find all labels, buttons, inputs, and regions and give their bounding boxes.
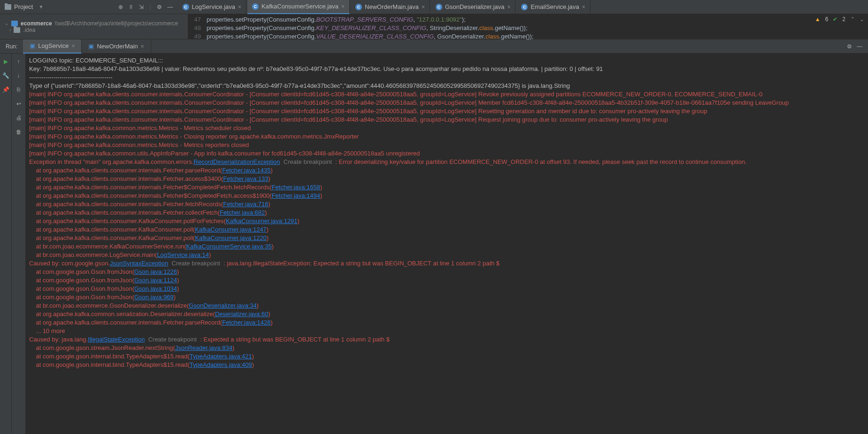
stack-link[interactable]: Gson.java:969	[134, 294, 174, 301]
console-text: )	[174, 294, 176, 301]
console-text: )	[265, 209, 267, 216]
stack-link[interactable]: TypeAdapters.java:421	[190, 353, 252, 360]
stack-link[interactable]: GsonDeserializer.java:34	[189, 302, 257, 309]
stack-link[interactable]: KafkaConsumer.java:1220	[195, 234, 266, 241]
application-icon: ▣	[30, 42, 35, 49]
project-idea-row[interactable]: › .idea	[0, 27, 188, 33]
editor-tabs: CLogService.java×CKafkaConsumerService.j…	[178, 0, 591, 14]
pin-icon[interactable]: 📌	[2, 86, 9, 93]
editor-tab[interactable]: CGsonDeserializer.java×	[431, 0, 515, 14]
stack-link[interactable]: Fetcher.java:133	[223, 175, 268, 182]
console-line: at br.com.joao.ecommerce.GsonDeserialize…	[29, 302, 864, 310]
console-line: Exception in thread "main" org.apache.ka…	[29, 158, 864, 166]
console-line: at com.google.gson.internal.bind.TypeAda…	[29, 352, 864, 361]
gear-icon[interactable]: ⚙	[847, 43, 852, 50]
stack-link[interactable]: Fetcher.java:716	[223, 201, 268, 208]
editor-tab[interactable]: CLogService.java×	[178, 0, 247, 14]
stack-link[interactable]: KafkaConsumer.java:1247	[195, 226, 266, 233]
console-text: )	[177, 277, 179, 284]
java-class-icon: C	[521, 4, 528, 10]
console-text: )	[232, 344, 234, 351]
console-line: at com.google.gson.Gson.fromJson(Gson.ja…	[29, 276, 864, 285]
close-icon[interactable]: ×	[341, 3, 345, 10]
create-breakpoint-hint[interactable]: Create breakpoint	[280, 158, 334, 165]
close-icon[interactable]: ×	[238, 4, 241, 10]
stack-link[interactable]: Fetcher.java:1494	[272, 192, 320, 199]
run-toolwindow-header: Run: ▣LogService×▣NewOrderMain× ⚙ —	[0, 39, 868, 54]
create-breakpoint-hint[interactable]: Create breakpoint	[168, 260, 222, 267]
console-text: at com.google.gson.stream.JsonReader.nex…	[29, 344, 175, 351]
editor-preview[interactable]: ▲6 ✔2 ⌃ ⌄ 47 properties.setProperty(Cons…	[188, 14, 868, 39]
chevron-up-icon[interactable]: ⌃	[850, 16, 855, 23]
console-line: at org.apache.kafka.clients.consumer.int…	[29, 166, 864, 175]
console-text: at com.google.gson.Gson.fromJson(	[29, 268, 134, 275]
console-line: Caused by: java.lang.IllegalStateExcepti…	[29, 335, 864, 344]
collapse-icon[interactable]: ⇲	[139, 4, 144, 10]
close-icon[interactable]: ×	[507, 4, 510, 10]
console-text: at br.com.joao.ecommerce.LogService.main…	[29, 251, 157, 258]
play-icon[interactable]: ▶	[4, 58, 8, 65]
stack-link[interactable]: RecordDeserializationException	[193, 158, 280, 165]
step-into-icon[interactable]: ↓	[17, 72, 20, 79]
editor-tab[interactable]: CNewOrderMain.java×	[351, 0, 430, 14]
stack-link[interactable]: Deserializer.java:60	[215, 310, 268, 318]
stack-link[interactable]: JsonReader.java:834	[175, 344, 232, 351]
java-class-icon: C	[252, 3, 259, 10]
project-root-row[interactable]: ⌄ ecommerce \\wsl$\Arch\home\joao\intell…	[0, 20, 188, 27]
minimize-icon[interactable]: —	[857, 43, 862, 50]
run-tab[interactable]: ▣NewOrderMain×	[82, 39, 151, 54]
java-class-icon: C	[183, 4, 189, 10]
stack-link[interactable]: KafkaConsumer.java:1291	[226, 217, 297, 225]
stack-link[interactable]: Gson.java:1034	[134, 285, 177, 292]
stack-link[interactable]: TypeAdapters.java:409	[190, 361, 252, 368]
console-output[interactable]: LOGGING topic: ECOMMERCE_SEND_EMAIL:::Ke…	[25, 54, 868, 434]
expand-icon[interactable]: ⇳	[129, 4, 133, 10]
editor-tab-label: GsonDeserializer.java	[445, 3, 504, 10]
editor-tab[interactable]: CKafkaConsumerService.java×	[247, 0, 350, 14]
stack-link[interactable]: Fetcher.java:1426	[222, 319, 270, 326]
close-icon[interactable]: ×	[582, 4, 585, 10]
code-line[interactable]: 48 properties.setProperty(ConsumerConfig…	[188, 23, 868, 32]
console-line: at com.google.gson.Gson.fromJson(Gson.ja…	[29, 293, 864, 302]
close-icon[interactable]: ×	[71, 43, 75, 49]
close-icon[interactable]: ×	[141, 43, 144, 50]
chevron-down-icon[interactable]: ⌄	[860, 16, 864, 23]
editor-tab[interactable]: CEmailService.java×	[516, 0, 590, 14]
export-icon[interactable]: ⎘	[17, 86, 20, 93]
console-line: [main] INFO org.apache.kafka.common.util…	[29, 149, 864, 158]
editor-tab-label: EmailService.java	[530, 3, 579, 10]
print-icon[interactable]: 🖨	[16, 115, 22, 121]
target-icon[interactable]: ⊕	[118, 4, 123, 10]
trash-icon[interactable]: 🗑	[16, 129, 22, 135]
run-gutter-actions: ↑ ↓ ⎘ ↩ 🖨 🗑	[11, 54, 25, 434]
code-line[interactable]: 47 properties.setProperty(ConsumerConfig…	[188, 15, 868, 23]
minimize-icon[interactable]: —	[168, 4, 173, 10]
chevron-down-icon[interactable]: ⌄	[5, 21, 8, 26]
debug-icon[interactable]: 🔧	[2, 72, 9, 79]
stack-link[interactable]: Gson.java:1226	[134, 268, 177, 275]
stack-link[interactable]: Fetcher.java:1658	[272, 184, 320, 191]
project-dropdown[interactable]: Project ▼	[0, 3, 48, 10]
close-icon[interactable]: ×	[422, 4, 425, 10]
stack-link[interactable]: Fetcher.java:1435	[222, 167, 270, 174]
stack-link[interactable]: LogService.java:14	[157, 251, 209, 258]
check-icon[interactable]: ✔	[833, 16, 837, 23]
console-text: )	[267, 226, 269, 233]
stack-link[interactable]: Fetcher.java:682	[220, 209, 265, 216]
chevron-right-icon[interactable]: ›	[9, 27, 11, 32]
run-tab[interactable]: ▣LogService×	[23, 39, 82, 54]
stack-link[interactable]: KafkaConsumerService.java:35	[186, 243, 272, 250]
gear-icon[interactable]: ⚙	[157, 4, 162, 10]
stack-link[interactable]: IllegalStateException	[88, 336, 145, 343]
code-text: properties.setProperty(ConsumerConfig.BO…	[207, 16, 466, 23]
warning-icon[interactable]: ▲	[815, 16, 821, 23]
step-over-icon[interactable]: ↑	[17, 58, 20, 65]
wrap-icon[interactable]: ↩	[16, 101, 21, 107]
create-breakpoint-hint[interactable]: Create breakpoint	[145, 336, 198, 343]
code-line[interactable]: 49 properties.setProperty(ConsumerConfig…	[188, 32, 868, 40]
console-text: at org.apache.kafka.clients.consumer.int…	[29, 201, 223, 208]
stack-link[interactable]: Gson.java:1124	[134, 277, 177, 284]
console-line: at com.google.gson.stream.JsonReader.nex…	[29, 344, 864, 352]
folder-icon	[14, 27, 20, 33]
stack-link[interactable]: JsonSyntaxException	[110, 260, 168, 267]
